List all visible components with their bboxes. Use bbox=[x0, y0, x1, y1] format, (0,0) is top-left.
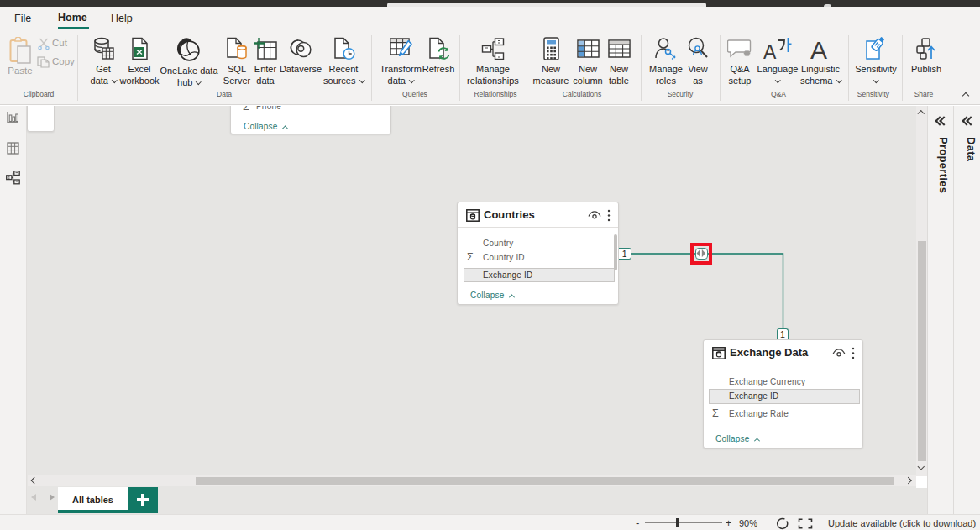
svg-text:A: A bbox=[763, 41, 777, 60]
svg-text:A: A bbox=[810, 37, 827, 60]
